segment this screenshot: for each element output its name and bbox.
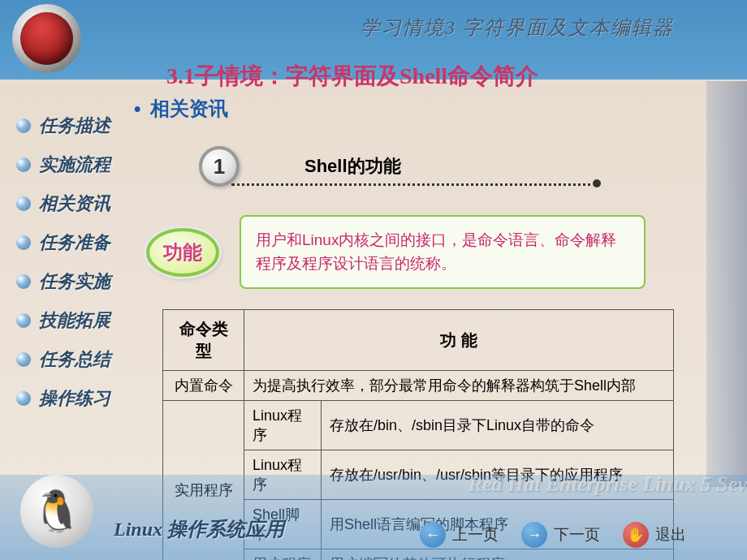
sidebar-item-label: 任务描述 (39, 114, 110, 138)
prev-button[interactable]: ← 上一页 (420, 522, 499, 548)
exit-button[interactable]: ✋ 退出 (623, 522, 686, 548)
sidebar-item-label: 任务实施 (39, 269, 110, 294)
footer: Red Hat Enterprise Linux 5 Sev 🐧 Linux 操… (0, 475, 747, 560)
sidebar-item-process[interactable]: 实施流程 (16, 153, 126, 177)
sidebar-item-label: 任务总结 (39, 347, 110, 372)
nav-label: 退出 (655, 524, 686, 545)
sidebar: 任务描述 实施流程 相关资讯 任务准备 任务实施 技能拓展 任务总结 操作练习 (16, 114, 126, 425)
table-cell: 存放在/bin、/sbin目录下Linux自带的命令 (322, 401, 674, 450)
slide-title: 3.1子情境：字符界面及Shell命令简介 (166, 61, 538, 92)
sidebar-item-prepare[interactable]: 任务准备 (16, 230, 126, 255)
table-cell: 为提高执行效率，部分最常用命令的解释器构筑于Shell内部 (244, 371, 674, 401)
table-header: 功 能 (244, 310, 674, 371)
sidebar-item-skills[interactable]: 技能拓展 (16, 308, 126, 333)
context-title: 学习情境3 字符界面及文本编辑器 (361, 15, 674, 41)
sidebar-item-label: 相关资讯 (39, 192, 110, 216)
sphere-icon (16, 235, 31, 250)
sidebar-item-task-desc[interactable]: 任务描述 (16, 114, 126, 138)
arrow-right-icon: → (521, 522, 547, 548)
sphere-icon (16, 313, 31, 328)
topic-label: Shell的功能 (304, 154, 401, 179)
sphere-icon (16, 274, 31, 289)
table-row: 内置命令 为提高执行效率，部分最常用命令的解释器构筑于Shell内部 (163, 371, 674, 401)
arrow-left-icon: ← (420, 522, 446, 548)
sidebar-item-practice[interactable]: 操作练习 (16, 386, 126, 411)
topic-row: 1 Shell的功能 (199, 146, 719, 187)
table-cell: 内置命令 (163, 371, 244, 401)
sidebar-item-label: 操作练习 (39, 386, 110, 411)
dotted-divider (231, 183, 597, 186)
table-row: 实用程序 Linux程序 存放在/bin、/sbin目录下Linux自带的命令 (163, 401, 674, 450)
feature-row: 功能 用户和Linux内核之间的接口，是命令语言、命令解释程序及程序设计语言的统… (146, 215, 719, 289)
sidebar-item-summary[interactable]: 任务总结 (16, 347, 126, 372)
sphere-icon (16, 352, 31, 367)
nav-label: 下一页 (554, 524, 600, 545)
section-header: 相关资讯 (134, 96, 719, 122)
hand-exit-icon: ✋ (623, 522, 649, 548)
sphere-icon (16, 391, 31, 406)
table-cell: Linux程序 (244, 401, 322, 450)
sphere-icon (16, 157, 31, 172)
nav-label: 上一页 (452, 524, 499, 545)
background-watermark-text: Red Hat Enterprise Linux 5 Sev (468, 472, 747, 497)
sidebar-item-info[interactable]: 相关资讯 (16, 192, 126, 216)
nav-buttons: ← 上一页 → 下一页 ✋ 退出 (420, 522, 686, 548)
sidebar-item-label: 任务准备 (39, 230, 110, 255)
table-header-row: 命令类型 功 能 (163, 310, 674, 371)
sphere-icon (16, 118, 31, 133)
linux-penguin-logo: 🐧 (20, 475, 93, 548)
sphere-icon (16, 196, 31, 211)
feature-badge: 功能 (146, 228, 219, 277)
sidebar-item-label: 技能拓展 (39, 308, 110, 333)
feature-description: 用户和Linux内核之间的接口，是命令语言、命令解释程序及程序设计语言的统称。 (240, 215, 646, 289)
sidebar-item-label: 实施流程 (39, 153, 110, 177)
footer-title: Linux 操作系统应用 (114, 516, 284, 542)
next-button[interactable]: → 下一页 (521, 522, 600, 548)
redhat-logo (12, 4, 85, 77)
sidebar-item-implement[interactable]: 任务实施 (16, 269, 126, 294)
topic-number-badge: 1 (199, 146, 240, 187)
table-header: 命令类型 (163, 310, 244, 371)
